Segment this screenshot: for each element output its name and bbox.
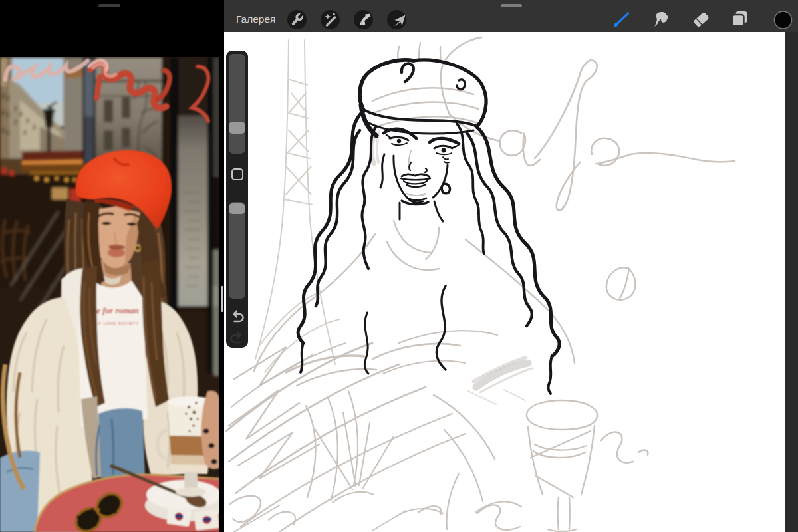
svg-text:SELF LOVE SOCIETY: SELF LOVE SOCIETY (90, 321, 139, 325)
svg-text:me for roman: me for roman (90, 305, 139, 315)
